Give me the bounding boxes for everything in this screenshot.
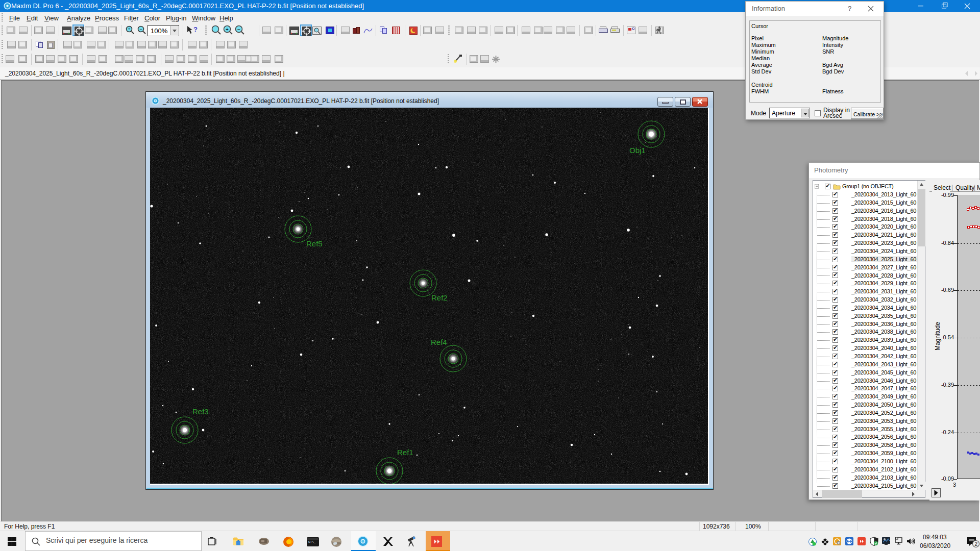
svg-text:Ref3: Ref3 <box>192 407 209 416</box>
svg-text:2: 2 <box>975 541 978 547</box>
svg-text:?: ? <box>193 26 198 33</box>
svg-text:C:\_: C:\_ <box>308 540 316 544</box>
svg-text:Ref1: Ref1 <box>397 448 413 457</box>
svg-text:Ref2: Ref2 <box>431 293 448 302</box>
svg-text:Obj1: Obj1 <box>629 146 646 155</box>
svg-text:+: + <box>226 27 229 32</box>
svg-text:Ref5: Ref5 <box>306 239 323 248</box>
svg-text:−: − <box>237 27 240 32</box>
svg-text:+: + <box>128 27 130 32</box>
svg-text:Ref4: Ref4 <box>431 338 447 346</box>
svg-text:−: − <box>139 27 142 32</box>
